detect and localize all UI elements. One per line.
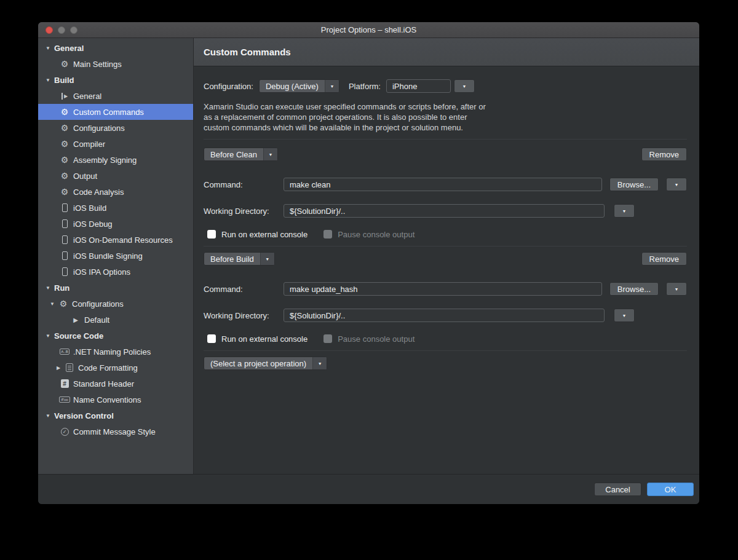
workdir-options-dropdown-button[interactable]: ▼ — [614, 204, 635, 218]
command-label: Command: — [204, 285, 284, 294]
sidebar-section-label: Source Code — [54, 331, 103, 341]
sidebar-item-ios-debug[interactable]: iOS Debug — [38, 216, 193, 232]
sidebar-item-label: Output — [73, 172, 97, 181]
chevron-down-icon: ▼ — [45, 333, 51, 339]
sidebar-item-output[interactable]: ⚙ Output — [38, 168, 193, 184]
working-directory-input[interactable]: ${SolutionDir}/.. — [284, 204, 605, 218]
remove-button[interactable]: Remove — [641, 148, 687, 161]
sidebar-item-ios-on-demand-resources[interactable]: iOS On-Demand Resources — [38, 232, 193, 248]
sidebar-item-label: Code Formatting — [78, 363, 138, 373]
command-label: Command: — [204, 180, 284, 189]
sidebar-section-build[interactable]: ▼ Build — [38, 72, 193, 88]
sidebar-item-standard-header[interactable]: # Standard Header — [38, 376, 193, 392]
run-external-console-checkbox[interactable] — [207, 230, 216, 239]
name-badge-icon: iFoo — [60, 396, 69, 403]
sidebar-section-label: Run — [54, 283, 69, 293]
phone-icon — [60, 267, 69, 276]
sidebar-item-compiler[interactable]: ⚙ Compiler — [38, 136, 193, 152]
operation-dropdown[interactable]: Before Build ▼ — [204, 252, 275, 266]
sidebar-item-ios-ipa-options[interactable]: iOS IPA Options — [38, 264, 193, 280]
working-directory-row: Working Directory: ${SolutionDir}/.. ▼ — [204, 204, 687, 218]
phone-icon — [60, 219, 69, 228]
sidebar-section-general[interactable]: ▼ General — [38, 40, 193, 56]
ok-button[interactable]: OK — [647, 483, 694, 496]
operation-dropdown[interactable]: Before Clean ▼ — [204, 148, 278, 161]
sidebar-item-label: iOS IPA Options — [73, 267, 130, 277]
sidebar-item-label: iOS Build — [73, 203, 106, 213]
sidebar-item-ios-build[interactable]: iOS Build — [38, 200, 193, 216]
sidebar-section-version-control[interactable]: ▼ Version Control — [38, 408, 193, 424]
sidebar-item-assembly-signing[interactable]: ⚙ Assembly Signing — [38, 152, 193, 168]
run-external-console-checkbox[interactable] — [207, 334, 216, 343]
console-options-row: Run on external console Pause console ou… — [204, 229, 687, 239]
chevron-down-icon: ▼ — [622, 209, 627, 213]
working-directory-input[interactable]: ${SolutionDir}/.. — [284, 309, 605, 322]
remove-button[interactable]: Remove — [641, 252, 687, 266]
sidebar-item-custom-commands[interactable]: ⚙ Custom Commands — [38, 104, 193, 120]
configuration-label: Configuration: — [204, 82, 253, 91]
sidebar-section-source-code[interactable]: ▼ Source Code — [38, 328, 193, 344]
sidebar-item-configurations[interactable]: ⚙ Configurations — [38, 120, 193, 136]
sidebar-item-ios-bundle-signing[interactable]: iOS Bundle Signing — [38, 248, 193, 264]
sidebar-item-label: Compiler — [73, 140, 105, 149]
select-project-operation-value: (Select a project operation) — [204, 357, 312, 369]
sidebar-item-run-configurations[interactable]: ▼ ⚙ Configurations — [38, 296, 193, 312]
cancel-button[interactable]: Cancel — [594, 483, 641, 496]
platform-label: Platform: — [349, 82, 381, 91]
gear-icon: ⚙ — [60, 59, 69, 69]
sidebar-item-name-conventions[interactable]: iFoo Name Conventions — [38, 392, 193, 408]
command-input[interactable]: make update_hash — [284, 282, 602, 296]
sidebar-item-code-formatting[interactable]: ▶ Code Formatting — [38, 360, 193, 376]
sidebar-item-main-settings[interactable]: ⚙ Main Settings — [38, 56, 193, 72]
gear-icon: ⚙ — [60, 155, 69, 165]
pause-console-output-checkbox[interactable] — [323, 334, 332, 343]
platform-input[interactable]: iPhone — [386, 79, 451, 93]
sidebar-item-code-analysis[interactable]: ⚙ Code Analysis — [38, 184, 193, 200]
minimize-icon[interactable] — [58, 26, 65, 34]
sidebar-item-label: Custom Commands — [73, 108, 144, 117]
document-icon — [65, 363, 74, 372]
command-input[interactable]: make clean — [284, 178, 602, 191]
sidebar-item-label: iOS On-Demand Resources — [73, 235, 173, 245]
select-project-operation-dropdown[interactable]: (Select a project operation) ▼ — [204, 357, 327, 370]
phone-icon — [60, 235, 69, 244]
description-text: Xamarin Studio can execute user specifie… — [204, 101, 687, 133]
description-line: as a replacement of common project opera… — [204, 112, 687, 122]
sidebar-item-label: Name Conventions — [73, 395, 141, 404]
operation-value: Before Build — [204, 253, 260, 265]
console-options-row: Run on external console Pause console ou… — [204, 334, 687, 344]
command-row: Command: make update_hash Browse... ▼ — [204, 282, 687, 296]
platform-dropdown-button[interactable]: ▼ — [454, 79, 475, 93]
sidebar-item-label: Assembly Signing — [73, 156, 137, 165]
sidebar-item-label: General — [73, 92, 101, 101]
sidebar-item-label: Configurations — [72, 299, 124, 309]
configuration-dropdown[interactable]: Debug (Active) ▼ — [259, 79, 339, 93]
working-directory-label: Working Directory: — [204, 207, 284, 216]
gear-icon: ⚙ — [60, 171, 69, 181]
browse-button[interactable]: Browse... — [609, 178, 659, 191]
sidebar-item-run-default[interactable]: ▶ Default — [38, 312, 193, 328]
zoom-icon[interactable] — [70, 26, 77, 34]
command-options-dropdown-button[interactable]: ▼ — [666, 282, 687, 296]
pause-console-output-checkbox[interactable] — [323, 230, 332, 239]
main-panel: Custom Commands Configuration: Debug (Ac… — [194, 38, 699, 474]
pause-console-output-label: Pause console output — [338, 334, 415, 344]
sidebar-section-run[interactable]: ▼ Run — [38, 280, 193, 296]
naming-badge-icon: A..B — [60, 349, 69, 355]
sidebar-item-net-naming-policies[interactable]: A..B .NET Naming Policies — [38, 344, 193, 360]
browse-button[interactable]: Browse... — [609, 282, 659, 296]
chevron-right-icon: ▶ — [55, 365, 62, 371]
sidebar: ▼ General ⚙ Main Settings ▼ Build ▶ Gene… — [38, 38, 194, 474]
chevron-down-icon: ▼ — [325, 80, 339, 92]
dialog-footer: Cancel OK — [38, 474, 699, 504]
titlebar: Project Options – shell.iOS — [38, 22, 699, 38]
sidebar-item-commit-message-style[interactable]: ✓ Commit Message Style — [38, 424, 193, 440]
traffic-lights — [46, 22, 77, 38]
close-icon[interactable] — [46, 26, 53, 34]
play-icon: ▶ — [71, 317, 81, 323]
workdir-options-dropdown-button[interactable]: ▼ — [614, 309, 635, 322]
chevron-down-icon: ▼ — [675, 287, 679, 291]
chevron-down-icon: ▼ — [675, 183, 679, 187]
sidebar-item-build-general[interactable]: ▶ General — [38, 88, 193, 104]
command-options-dropdown-button[interactable]: ▼ — [666, 178, 687, 191]
